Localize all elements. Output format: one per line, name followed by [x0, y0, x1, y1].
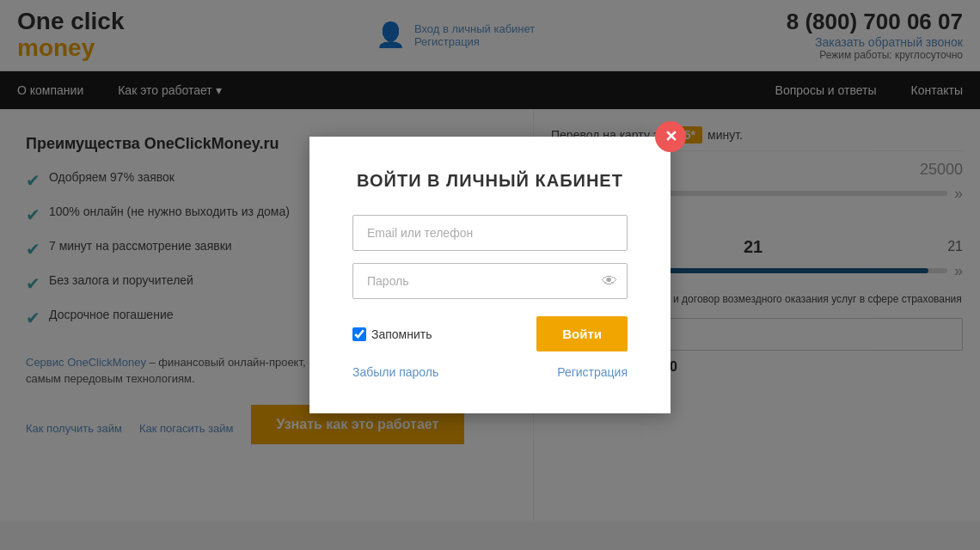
modal-close-btn[interactable]: ✕ [655, 121, 686, 152]
password-row: 👁 [352, 263, 628, 299]
login-btn[interactable]: Войти [536, 316, 628, 351]
email-input[interactable] [352, 215, 628, 251]
eye-icon[interactable]: 👁 [602, 272, 617, 290]
login-modal: ✕ ВОЙТИ В ЛИЧНЫЙ КАБИНЕТ 👁 Запомнить Вой… [309, 137, 671, 413]
password-input[interactable] [352, 263, 628, 299]
modal-bottom-row: Запомнить Войти [352, 316, 628, 351]
forgot-password-link[interactable]: Забыли пароль [352, 365, 438, 379]
remember-text: Запомнить [371, 327, 432, 341]
modal-title: ВОЙТИ В ЛИЧНЫЙ КАБИНЕТ [352, 171, 628, 191]
modal-links: Забыли пароль Регистрация [352, 365, 628, 379]
remember-label[interactable]: Запомнить [352, 327, 432, 341]
modal-overlay[interactable]: ✕ ВОЙТИ В ЛИЧНЫЙ КАБИНЕТ 👁 Запомнить Вой… [0, 0, 980, 522]
remember-checkbox[interactable] [352, 327, 366, 341]
modal-register-link[interactable]: Регистрация [557, 365, 628, 379]
